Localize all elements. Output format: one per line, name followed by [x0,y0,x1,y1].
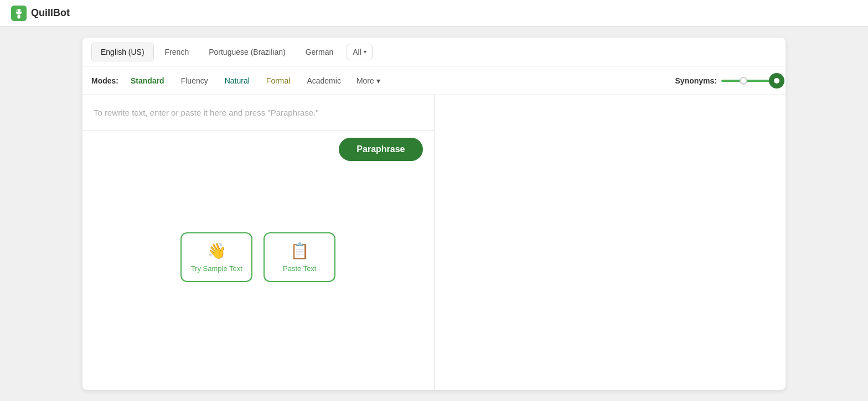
action-buttons-container: 👋 Try Sample Text 📋 Paste Text [169,221,347,293]
paste-text-label: Paste Text [283,264,316,273]
tab-portuguese[interactable]: Portuguese (Brazilian) [200,43,294,61]
try-sample-text-label: Try Sample Text [191,264,242,273]
logo-link[interactable]: QuillBot [11,6,70,21]
mode-natural[interactable]: Natural [218,73,256,88]
editor-container: English (US) French Portuguese (Brazilia… [82,38,786,390]
all-languages-dropdown[interactable]: All ▾ [347,44,373,60]
logo-text: QuillBot [31,7,70,19]
wave-icon: 👋 [207,242,226,260]
editor-body: To rewrite text, enter or paste it here … [82,95,786,390]
slider-track [721,80,777,82]
more-chevron-icon: ▾ [376,76,380,85]
synonyms-section: Synonyms: [675,76,777,85]
synonyms-slider[interactable] [721,80,777,82]
tab-english-us[interactable]: English (US) [91,43,154,61]
more-modes-dropdown[interactable]: More ▾ [351,73,386,88]
main-content: English (US) French Portuguese (Brazilia… [0,27,868,401]
paraphrase-button[interactable]: Paraphrase [339,138,422,161]
paraphrase-bar: Paraphrase [82,131,434,168]
svg-point-6 [20,10,22,11]
modes-bar: Modes: Standard Fluency Natural Formal A… [82,66,786,95]
editor-right-panel [435,95,786,390]
slider-thumb-left[interactable] [740,77,747,85]
mode-fluency[interactable]: Fluency [174,73,215,88]
slider-premium-icon [774,78,779,84]
quillbot-logo-icon [11,6,27,21]
all-dropdown-label: All [353,48,361,56]
mode-academic[interactable]: Academic [300,73,347,88]
modes-label: Modes: [91,76,118,85]
editor-placeholder: To rewrite text, enter or paste it here … [82,95,434,131]
mode-standard[interactable]: Standard [124,73,171,88]
slider-thumb-right[interactable] [769,73,784,88]
tab-french[interactable]: French [156,43,198,61]
language-tabs: English (US) French Portuguese (Brazilia… [82,38,786,66]
mode-formal[interactable]: Formal [260,73,297,88]
chevron-down-icon: ▾ [364,49,366,55]
svg-point-5 [17,10,18,11]
paste-text-button[interactable]: 📋 Paste Text [264,232,335,282]
svg-rect-2 [17,14,20,18]
clipboard-icon: 📋 [290,242,309,260]
tab-german[interactable]: German [297,43,343,61]
more-label: More [356,76,374,85]
synonyms-label: Synonyms: [675,76,717,85]
svg-point-1 [16,9,22,15]
header: QuillBot [0,0,868,27]
editor-left-panel: To rewrite text, enter or paste it here … [82,95,435,390]
try-sample-text-button[interactable]: 👋 Try Sample Text [180,232,252,282]
